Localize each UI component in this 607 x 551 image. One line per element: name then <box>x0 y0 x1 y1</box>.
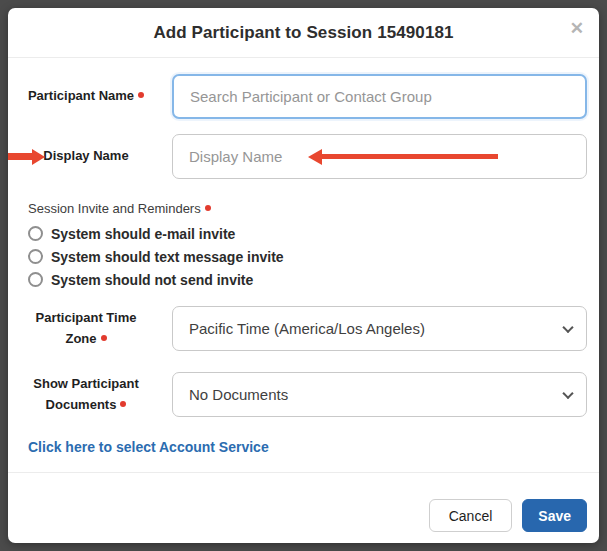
participant-name-row: Participant Name <box>20 74 587 119</box>
display-name-row: Display Name <box>20 134 587 179</box>
required-marker <box>120 401 126 407</box>
radio-button-icon[interactable] <box>28 272 43 287</box>
invite-radio-group: System should e-mail invite System shoul… <box>28 225 587 288</box>
documents-select[interactable]: No Documents <box>172 372 587 417</box>
radio-no-invite[interactable]: System should not send invite <box>28 271 587 288</box>
time-zone-label: Participant Time Zone <box>20 308 152 350</box>
required-marker <box>205 205 211 211</box>
time-zone-row: Participant Time Zone Pacific Time (Amer… <box>20 306 587 351</box>
radio-email-invite[interactable]: System should e-mail invite <box>28 225 587 242</box>
cancel-button[interactable]: Cancel <box>429 499 513 532</box>
radio-text-message-invite[interactable]: System should text message invite <box>28 248 587 265</box>
participant-name-label: Participant Name <box>20 86 152 107</box>
radio-button-icon[interactable] <box>28 249 43 264</box>
invite-section-label: Session Invite and Reminders <box>28 201 587 216</box>
close-icon[interactable]: ✕ <box>570 20 584 37</box>
modal-body: Participant Name Display Name <box>8 58 599 472</box>
display-name-label: Display Name <box>20 146 152 167</box>
modal-title: Add Participant to Session 15490181 <box>48 23 559 43</box>
radio-button-icon[interactable] <box>28 226 43 241</box>
add-participant-modal: Add Participant to Session 15490181 ✕ Pa… <box>8 8 599 543</box>
time-zone-select[interactable]: Pacific Time (America/Los Angeles) <box>172 306 587 351</box>
participant-name-input[interactable] <box>172 74 587 119</box>
modal-header: Add Participant to Session 15490181 ✕ <box>8 8 599 58</box>
display-name-input[interactable] <box>172 134 587 179</box>
required-marker <box>101 335 107 341</box>
documents-row: Show Participant Documents No Documents <box>20 372 587 417</box>
modal-footer: Cancel Save <box>8 472 599 546</box>
save-button[interactable]: Save <box>522 499 587 532</box>
modal-backdrop: { "colors": { "backdrop": "#4b4b4b", "re… <box>0 0 607 551</box>
documents-label: Show Participant Documents <box>20 374 152 416</box>
account-service-link[interactable]: Click here to select Account Service <box>28 439 269 455</box>
required-marker <box>138 92 144 98</box>
